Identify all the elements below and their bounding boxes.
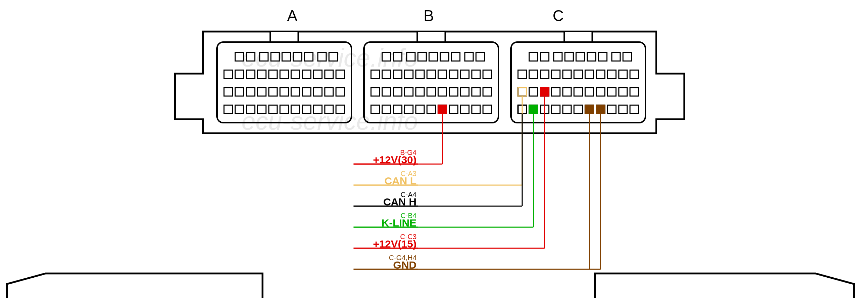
pin bbox=[552, 88, 560, 96]
pin bbox=[461, 70, 469, 79]
pin bbox=[314, 88, 322, 96]
pin bbox=[258, 70, 266, 79]
pin bbox=[563, 105, 571, 114]
pin bbox=[371, 70, 379, 79]
pin bbox=[427, 88, 435, 96]
pin bbox=[382, 70, 391, 79]
pin bbox=[302, 105, 311, 114]
wire-name-label: CAN L bbox=[384, 175, 416, 187]
pin bbox=[393, 70, 402, 79]
pin bbox=[540, 70, 549, 79]
pin bbox=[282, 53, 290, 61]
pin bbox=[246, 105, 255, 114]
connector-a-latch bbox=[270, 32, 298, 42]
pin bbox=[260, 53, 268, 61]
pin bbox=[235, 70, 244, 79]
pin bbox=[623, 53, 631, 61]
wire-name-label: K-LINE bbox=[382, 217, 416, 229]
pin bbox=[325, 88, 333, 96]
pin bbox=[529, 53, 538, 61]
pin bbox=[619, 88, 627, 96]
pin bbox=[291, 70, 300, 79]
pin bbox=[314, 70, 322, 79]
pin bbox=[449, 88, 458, 96]
pin bbox=[449, 70, 458, 79]
pin bbox=[258, 88, 266, 96]
pin bbox=[318, 53, 326, 61]
pin bbox=[224, 70, 232, 79]
pin bbox=[246, 70, 255, 79]
pin bbox=[291, 105, 300, 114]
pin bbox=[630, 70, 638, 79]
pin bbox=[269, 70, 277, 79]
pin bbox=[258, 105, 266, 114]
pin bbox=[585, 88, 594, 96]
pin bbox=[598, 53, 607, 61]
pin bbox=[612, 53, 620, 61]
pin bbox=[476, 53, 484, 61]
wire-name-label: +12V(30) bbox=[373, 154, 416, 165]
pin bbox=[418, 53, 426, 61]
pin bbox=[472, 105, 480, 114]
connector-b-latch bbox=[417, 32, 445, 42]
pin bbox=[563, 88, 571, 96]
pin-highlight bbox=[529, 105, 538, 114]
pin bbox=[246, 88, 255, 96]
pin bbox=[619, 70, 627, 79]
pin bbox=[574, 105, 582, 114]
pin bbox=[393, 105, 402, 114]
pin bbox=[269, 88, 277, 96]
pin bbox=[416, 70, 424, 79]
connector-label-a: A bbox=[287, 7, 298, 24]
pin bbox=[280, 88, 288, 96]
pin bbox=[552, 105, 560, 114]
pin bbox=[336, 88, 344, 96]
pin bbox=[483, 105, 491, 114]
pin bbox=[304, 53, 313, 61]
pin bbox=[427, 70, 435, 79]
pin bbox=[608, 88, 616, 96]
pin-highlight bbox=[585, 105, 594, 114]
pin bbox=[574, 88, 582, 96]
pin bbox=[608, 70, 616, 79]
chassis-outline bbox=[7, 273, 854, 298]
pin bbox=[483, 70, 491, 79]
pin bbox=[574, 70, 582, 79]
pin bbox=[438, 88, 447, 96]
pin bbox=[336, 70, 344, 79]
pin bbox=[407, 53, 415, 61]
pin-highlight bbox=[438, 105, 447, 114]
pin bbox=[302, 88, 311, 96]
pin bbox=[269, 105, 277, 114]
pin bbox=[438, 70, 447, 79]
pin bbox=[235, 53, 244, 61]
pin bbox=[554, 53, 562, 61]
pin bbox=[336, 105, 344, 114]
pin bbox=[576, 53, 584, 61]
pin bbox=[280, 70, 288, 79]
pin bbox=[314, 105, 322, 114]
pin bbox=[565, 53, 573, 61]
pin bbox=[325, 105, 333, 114]
pin bbox=[235, 105, 244, 114]
pin bbox=[325, 70, 333, 79]
pin bbox=[302, 70, 311, 79]
pin bbox=[587, 53, 596, 61]
pin bbox=[552, 70, 560, 79]
pin bbox=[382, 105, 391, 114]
pin bbox=[371, 88, 379, 96]
pin bbox=[465, 53, 473, 61]
pin bbox=[291, 88, 300, 96]
pin bbox=[529, 70, 538, 79]
pin bbox=[518, 70, 526, 79]
pin bbox=[224, 88, 232, 96]
pin bbox=[429, 53, 438, 61]
pin bbox=[449, 105, 458, 114]
pin-highlight bbox=[540, 88, 549, 96]
pin bbox=[393, 53, 402, 61]
pin bbox=[540, 53, 549, 61]
pin bbox=[405, 70, 413, 79]
pin bbox=[461, 105, 469, 114]
pin bbox=[518, 88, 526, 96]
pin bbox=[619, 105, 627, 114]
